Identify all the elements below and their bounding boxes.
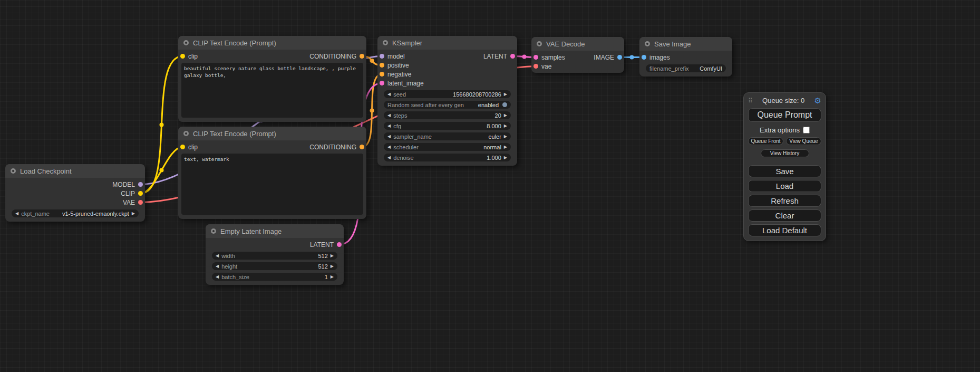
node-load-checkpoint[interactable]: Load Checkpoint MODEL CLIP VAE [5,164,145,222]
increment-arrow-icon[interactable]: ▶ [504,92,507,97]
decrement-arrow-icon[interactable]: ◀ [387,92,391,97]
node-title-bar[interactable]: CLIP Text Encode (Prompt) [178,127,366,140]
output-slot-clip[interactable] [138,191,143,196]
node-title-bar[interactable]: Load Checkpoint [5,164,145,178]
decrement-arrow-icon[interactable]: ◀ [387,135,391,139]
widget-value: 8.000 [487,123,501,129]
decrement-arrow-icon[interactable]: ◀ [216,254,219,258]
prompt-text-input[interactable]: beautiful scenery nature glass bottle la… [181,63,363,118]
widget-value: 20 [495,112,501,119]
input-slot-model[interactable] [380,54,384,59]
toggle-dot-icon[interactable] [502,102,507,107]
collapse-icon[interactable] [183,131,189,136]
node-clip-text-encode-negative[interactable]: CLIP Text Encode (Prompt) clip CONDITION… [178,127,366,219]
node-title: CLIP Text Encode (Prompt) [193,39,276,47]
slot-row: latent_image [377,79,517,88]
widget-cfg[interactable]: ◀ cfg 8.000 ▶ [384,122,511,130]
collapse-icon[interactable] [211,228,216,234]
input-slot-samples[interactable] [533,55,538,60]
view-history-button[interactable]: View History [761,149,809,157]
node-save-image[interactable]: Save Image images filename_prefix ComfyU… [639,37,732,77]
slot-label: clip [188,53,198,60]
collapse-icon[interactable] [183,40,189,45]
input-slot-negative[interactable] [380,72,384,77]
graph-canvas[interactable]: Load Checkpoint MODEL CLIP VAE [0,0,980,372]
decrement-arrow-icon[interactable]: ◀ [216,264,219,269]
increment-arrow-icon[interactable]: ▶ [504,156,507,160]
widget-steps[interactable]: ◀ steps 20 ▶ [384,111,511,119]
widget-random-seed-toggle[interactable]: Random seed after every gen enabled [384,101,511,109]
widget-name: batch_size [221,274,249,280]
load-default-button[interactable]: Load Default [748,224,821,236]
output-slot-conditioning[interactable] [360,145,364,149]
input-slot-vae[interactable] [533,64,538,69]
decrement-arrow-icon[interactable]: ◀ [387,124,391,128]
node-title-bar[interactable]: Save Image [639,37,732,51]
input-slot-clip[interactable] [180,145,185,149]
increment-arrow-icon[interactable]: ▶ [504,113,507,118]
queue-prompt-button[interactable]: Queue Prompt [748,108,821,122]
decrement-arrow-icon[interactable]: ◀ [387,113,391,118]
node-title-bar[interactable]: KSampler [377,36,517,50]
node-empty-latent-image[interactable]: Empty Latent Image LATENT ◀ width 512 ▶ … [206,224,344,285]
increment-arrow-icon[interactable]: ▶ [132,212,135,216]
collapse-icon[interactable] [537,41,542,46]
output-slot-latent[interactable] [337,242,342,247]
increment-arrow-icon[interactable]: ▶ [331,275,334,279]
widget-denoise[interactable]: ◀ denoise 1.000 ▶ [384,154,511,161]
increment-arrow-icon[interactable]: ▶ [504,145,507,149]
input-slot-positive[interactable] [380,63,384,68]
decrement-arrow-icon[interactable]: ◀ [15,212,18,216]
node-ksampler[interactable]: KSampler model LATENT positive [377,36,517,166]
increment-arrow-icon[interactable]: ▶ [331,264,334,269]
node-vae-decode[interactable]: VAE Decode samples IMAGE vae [531,37,624,73]
decrement-arrow-icon[interactable]: ◀ [387,156,391,160]
slot-label: images [649,54,670,61]
widget-filename-prefix[interactable]: filename_prefix ComfyUI [646,64,726,72]
widget-width[interactable]: ◀ width 512 ▶ [212,252,337,260]
widget-scheduler[interactable]: ◀ scheduler normal ▶ [384,143,511,151]
decrement-arrow-icon[interactable]: ◀ [387,145,391,149]
output-slot-model[interactable] [138,182,143,187]
widget-value: 1 [325,274,328,280]
output-slot-latent[interactable] [510,54,515,59]
decrement-arrow-icon[interactable]: ◀ [216,275,219,279]
view-queue-button[interactable]: View Queue [786,137,821,145]
link-midpoint-dot [160,123,164,127]
output-slot-vae[interactable] [138,200,143,205]
widget-batch-size[interactable]: ◀ batch_size 1 ▶ [212,273,337,281]
drag-handle-icon[interactable]: ⠿ [748,97,753,104]
widget-sampler-name[interactable]: ◀ sampler_name euler ▶ [384,132,511,140]
link-midpoint-dot [370,59,374,63]
widget-height[interactable]: ◀ height 512 ▶ [212,262,337,270]
clear-button[interactable]: Clear [748,209,821,222]
slot-label: negative [387,71,411,78]
output-slot-conditioning[interactable] [360,54,364,59]
prompt-text-input[interactable]: text, watermark [181,154,363,215]
settings-gear-icon[interactable]: ⚙ [814,97,821,104]
collapse-icon[interactable] [645,41,650,46]
increment-arrow-icon[interactable]: ▶ [504,135,507,139]
input-slot-clip[interactable] [180,54,185,59]
widget-seed[interactable]: ◀ seed 156680208700286 ▶ [384,90,511,98]
node-title-bar[interactable]: Empty Latent Image [206,224,344,238]
output-slot-image[interactable] [617,55,622,60]
node-title-bar[interactable]: VAE Decode [531,37,624,51]
increment-arrow-icon[interactable]: ▶ [331,254,334,258]
widget-value: normal [483,144,501,150]
queue-front-button[interactable]: Queue Front [748,137,783,145]
slot-row: positive [377,61,517,70]
input-slot-latent-image[interactable] [380,81,384,85]
load-button[interactable]: Load [748,180,821,192]
node-clip-text-encode-positive[interactable]: CLIP Text Encode (Prompt) clip CONDITION… [178,36,366,122]
input-slot-images[interactable] [642,55,646,60]
increment-arrow-icon[interactable]: ▶ [504,124,507,128]
refresh-button[interactable]: Refresh [748,195,821,207]
node-title-bar[interactable]: CLIP Text Encode (Prompt) [178,36,366,50]
extra-options-checkbox[interactable] [803,127,810,133]
save-button[interactable]: Save [748,165,821,177]
widget-ckpt-name[interactable]: ◀ ckpt_name v1-5-pruned-emaonly.ckpt ▶ [12,209,139,217]
collapse-icon[interactable] [383,40,388,45]
menu-spacer [748,157,821,163]
collapse-icon[interactable] [11,168,16,174]
